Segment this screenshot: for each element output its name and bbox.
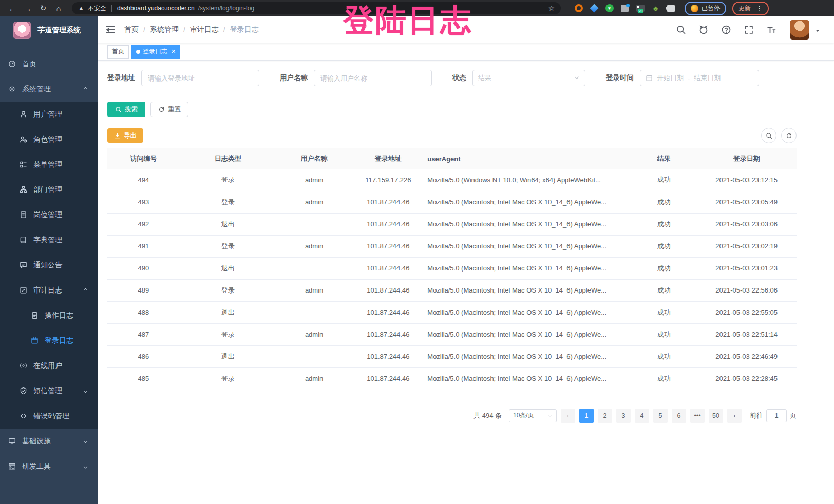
avatar-dropdown-button[interactable] <box>814 27 821 33</box>
blue-gem-extension-icon[interactable] <box>590 4 598 13</box>
browser-update-chip[interactable]: 更新 ⋮ <box>732 2 769 15</box>
page-content: 登录地址 用户名称 状态 结果 登录时间 <box>98 61 834 423</box>
grid-extension-icon[interactable] <box>620 4 629 13</box>
login-time-label: 登录时间 <box>606 73 634 83</box>
toggle-search-button[interactable] <box>761 128 776 143</box>
sidebar-logo[interactable]: 芋道管理系统 <box>0 16 98 44</box>
login-address-input[interactable] <box>141 70 259 86</box>
reset-button[interactable]: 重置 <box>150 102 188 117</box>
status-placeholder: 结果 <box>478 73 491 83</box>
refresh-table-button[interactable] <box>781 128 797 143</box>
fullscreen-button[interactable] <box>744 25 754 35</box>
more-pages-button[interactable]: ••• <box>690 409 705 423</box>
sidebar-item-logininfor[interactable]: 登录日志 <box>0 328 98 353</box>
font-size-button[interactable] <box>766 25 776 35</box>
sidebar-item-dict[interactable]: 字典管理 <box>0 227 98 253</box>
tampermonkey-on-extension-icon[interactable] <box>636 4 645 13</box>
sidebar-item-label: 基础设施 <box>22 437 51 446</box>
sidebar-item-online[interactable]: 在线用户 <box>0 353 98 378</box>
table-cell: 101.87.244.46 <box>352 279 424 301</box>
sidebar-item-menu[interactable]: 菜单管理 <box>0 152 98 177</box>
goto-page-input[interactable] <box>766 409 787 422</box>
tab-首页[interactable]: 首页 <box>107 45 129 59</box>
table-cell: 登录 <box>180 367 276 390</box>
sidebar-item-user[interactable]: 用户管理 <box>0 102 98 127</box>
user-avatar[interactable] <box>790 20 809 40</box>
table-cell: 101.87.244.46 <box>352 213 424 235</box>
sidebar-item-validcode[interactable]: 短信管理 <box>0 378 98 403</box>
browser-back-button[interactable]: ← <box>5 2 20 14</box>
sidebar-item-label: 角色管理 <box>33 135 62 144</box>
page-button-50[interactable]: 50 <box>709 409 723 423</box>
sidebar-item-form[interactable]: 操作日志 <box>0 303 98 328</box>
sidebar-item-tree[interactable]: 部门管理 <box>0 177 98 202</box>
status-select[interactable]: 结果 <box>472 70 585 86</box>
sidebar: 芋道管理系统 首页 系统管理 用户管理 角色管理 菜单管理 部门管理 岗位管理 … <box>0 16 98 504</box>
dict-icon <box>20 236 27 244</box>
username-input[interactable] <box>314 70 432 86</box>
paused-profile-chip[interactable]: 已暂停 <box>685 2 726 15</box>
sidebar-item-label: 岗位管理 <box>33 210 62 220</box>
dashboard-icon <box>8 60 16 68</box>
page-button-3[interactable]: 3 <box>616 409 631 423</box>
browser-reload-button[interactable]: ↻ <box>36 2 50 14</box>
sidebar-toggle-button[interactable] <box>98 25 123 35</box>
active-dot <box>136 50 140 54</box>
table-cell: 101.87.244.46 <box>352 257 424 279</box>
column-header: 登录地址 <box>352 148 424 169</box>
help-button[interactable] <box>721 25 731 35</box>
page-size-select[interactable]: 10条/页 <box>509 409 557 422</box>
page-button-4[interactable]: 4 <box>635 409 649 423</box>
sidebar-item-tool[interactable]: 研发工具 <box>0 454 98 479</box>
green-heart-extension-icon[interactable]: ♥ <box>605 4 614 13</box>
page-button-5[interactable]: 5 <box>653 409 668 423</box>
refresh-icon <box>158 106 165 113</box>
table-row: 492退出101.87.244.46Mozilla/5.0 (Macintosh… <box>107 213 797 235</box>
breadcrumb-item[interactable]: 审计日志 <box>190 25 219 34</box>
date-range-picker[interactable]: 开始日期 - 结束日期 <box>640 70 759 86</box>
plant-extension-icon[interactable]: ♣ <box>651 4 660 13</box>
browser-address-bar[interactable]: ▲ 不安全 dashboard.yudao.iocoder.cn/system/… <box>72 2 561 14</box>
table-cell: Mozilla/5.0 (Windows NT 10.0; Win64; x64… <box>424 169 631 191</box>
message-icon <box>20 261 27 269</box>
table-row: 491登录admin101.87.244.46Mozilla/5.0 (Maci… <box>107 235 797 257</box>
table-cell: 登录 <box>180 169 276 191</box>
table-cell: 101.87.244.46 <box>352 301 424 323</box>
github-link-button[interactable] <box>698 25 709 35</box>
sidebar-item-dashboard[interactable]: 首页 <box>0 51 98 76</box>
sidebar-item-log[interactable]: 审计日志 <box>0 278 98 303</box>
orange-ring-extension-icon[interactable] <box>574 4 583 13</box>
table-cell: Mozilla/5.0 (Macintosh; Intel Mac OS X 1… <box>424 191 631 213</box>
page-button-1[interactable]: 1 <box>579 409 594 423</box>
sidebar-item-post[interactable]: 岗位管理 <box>0 202 98 227</box>
url-domain: dashboard.yudao.iocoder.cn <box>117 5 195 12</box>
table-cell: 成功 <box>631 191 696 213</box>
browser-home-button[interactable]: ⌂ <box>51 2 66 14</box>
breadcrumb-item[interactable]: 登录日志 <box>230 25 259 34</box>
puzzle-extension-icon[interactable] <box>667 4 675 13</box>
table-cell: 101.87.244.46 <box>352 323 424 345</box>
page-button-2[interactable]: 2 <box>598 409 612 423</box>
sidebar-item-role[interactable]: 角色管理 <box>0 127 98 152</box>
sidebar-item-monitor[interactable]: 基础设施 <box>0 429 98 454</box>
sidebar-item-code[interactable]: 错误码管理 <box>0 403 98 429</box>
sidebar-item-message[interactable]: 通知公告 <box>0 253 98 278</box>
table-cell: Mozilla/5.0 (Macintosh; Intel Mac OS X 1… <box>424 301 631 323</box>
breadcrumb-item[interactable]: 首页 <box>124 25 139 34</box>
browser-menu-icon[interactable]: ⋮ <box>756 5 763 12</box>
bookmark-star-icon[interactable]: ☆ <box>548 4 555 12</box>
breadcrumb-item[interactable]: 系统管理 <box>150 25 179 34</box>
page-button-6[interactable]: 6 <box>672 409 686 423</box>
tab-登录日志[interactable]: 登录日志 ✕ <box>131 45 180 59</box>
prev-page-button[interactable]: ‹ <box>561 409 575 423</box>
browser-forward-button[interactable]: → <box>21 2 35 14</box>
export-button[interactable]: 导出 <box>107 128 143 143</box>
close-icon[interactable]: ✕ <box>171 48 176 55</box>
table-row: 489登录admin101.87.244.46Mozilla/5.0 (Maci… <box>107 279 797 301</box>
question-circle-icon <box>721 25 731 35</box>
next-page-button[interactable]: › <box>727 409 742 423</box>
search-button[interactable]: 搜索 <box>107 102 145 117</box>
sidebar-item-gear[interactable]: 系统管理 <box>0 76 98 102</box>
table-cell: 489 <box>107 279 180 301</box>
header-search-button[interactable] <box>676 25 686 35</box>
